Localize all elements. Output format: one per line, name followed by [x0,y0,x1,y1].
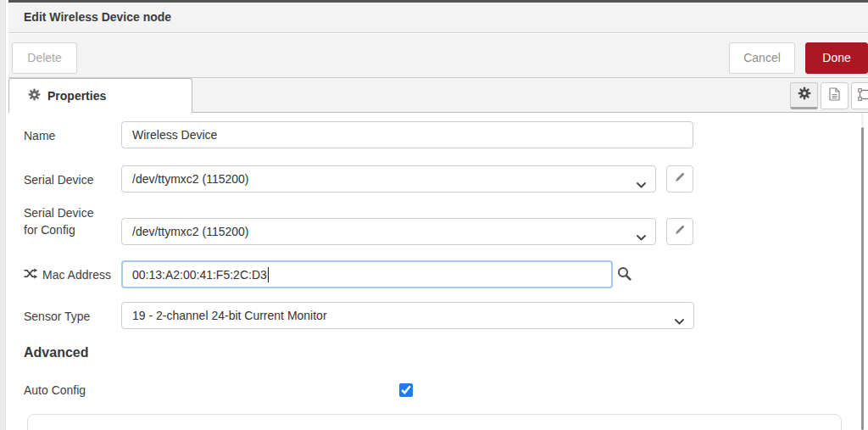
properties-tab-button[interactable] [790,82,818,109]
tray-toolbar: Delete Cancel Done [8,34,868,78]
sensor-type-select[interactable]: 19 - 2-channel 24-bit Current Monitor [121,302,694,329]
description-tab-button[interactable] [821,82,849,109]
auto-config-label: Auto Config [24,382,86,399]
sensor-type-value: 19 - 2-channel 24-bit Current Monitor [132,309,327,322]
serial-device-select[interactable]: /dev/ttymxc2 (115200) [121,165,656,193]
mac-address-input[interactable]: 00:13:A2:00:41:F5:2C:D3 [121,260,613,288]
search-icon[interactable] [617,266,632,284]
serial-device-value: /dev/ttymxc2 (115200) [132,172,248,186]
delete-button[interactable]: Delete [12,42,77,74]
gear-icon [798,87,811,103]
tab-properties[interactable]: Properties [8,78,192,113]
scrollbar-thumb[interactable] [861,127,864,430]
edit-serial-device-config-button[interactable] [666,218,693,245]
serial-device-label: Serial Device [24,171,93,188]
serial-device-config-value: /dev/ttymxc2 (115200) [132,225,248,238]
chevron-down-icon [637,230,646,243]
edit-serial-device-button[interactable] [666,165,693,193]
name-input[interactable] [121,121,693,148]
sensor-type-label: Sensor Type [24,308,90,325]
tray-header: Edit Wireless Device node [8,3,868,33]
gear-icon [28,88,41,104]
pencil-icon [674,171,686,187]
pencil-icon [674,224,686,239]
dialog-title: Edit Wireless Device node [24,3,171,32]
appearance-tab-button[interactable] [851,82,868,109]
chevron-down-icon [675,314,684,327]
serial-device-config-label: Serial Device for Config [24,204,93,238]
mac-address-label-row: Mac Address [24,266,111,283]
object-group-icon [858,88,868,104]
cancel-button[interactable]: Cancel [729,42,795,74]
chevron-down-icon [637,177,646,191]
mac-address-value: 00:13:A2:00:41:F5:2C:D3 [132,268,267,282]
name-label: Name [24,127,55,144]
edit-node-dialog: Edit Wireless Device node Delete Cancel … [0,0,868,430]
auto-config-checkbox[interactable] [399,383,413,397]
document-icon [828,87,841,104]
advanced-options-panel [27,414,842,430]
text-caret [268,267,270,282]
mac-address-label: Mac Address [42,266,111,283]
serial-device-config-select[interactable]: /dev/ttymxc2 (115200) [121,218,656,245]
workspace-edge [0,0,6,430]
tab-bar: Properties [8,78,868,113]
tab-properties-label: Properties [47,89,106,103]
done-button[interactable]: Done [805,42,868,74]
advanced-section-heading: Advanced [24,345,88,360]
shuffle-icon [24,267,37,282]
